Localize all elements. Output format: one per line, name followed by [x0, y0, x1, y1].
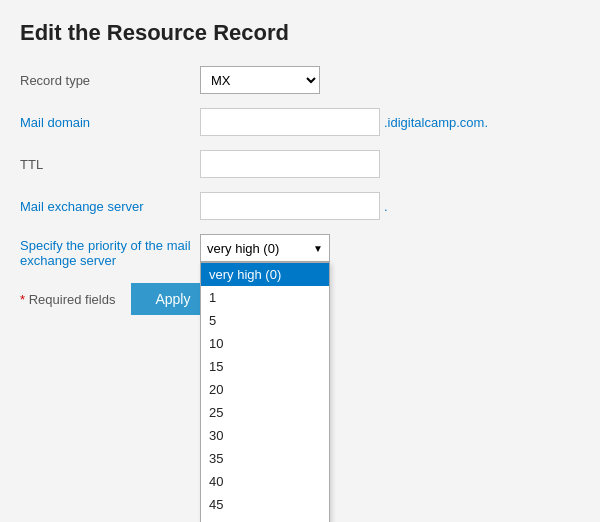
priority-row: Specify the priority of the mail exchang…: [20, 234, 580, 268]
chevron-down-icon: ▼: [313, 243, 323, 254]
form-container: Edit the Resource Record Record type MX …: [20, 20, 580, 316]
record-type-label: Record type: [20, 73, 200, 88]
priority-display[interactable]: very high (0) ▼: [200, 234, 330, 262]
priority-option-35[interactable]: 35: [201, 447, 329, 470]
page-title: Edit the Resource Record: [20, 20, 580, 46]
mail-exchange-input[interactable]: [200, 192, 380, 220]
ttl-label: TTL: [20, 157, 200, 172]
priority-dropdown-wrapper: very high (0) ▼ very high (0) 1 5 10 15 …: [200, 234, 330, 262]
priority-option-5[interactable]: 5: [201, 309, 329, 332]
record-type-row: Record type MX A AAAA CNAME TXT NS SRV: [20, 66, 580, 94]
required-fields-label: * Required fields: [20, 292, 115, 307]
priority-option-low[interactable]: low (50): [201, 516, 329, 522]
priority-option-30[interactable]: 30: [201, 424, 329, 447]
priority-option-15[interactable]: 15: [201, 355, 329, 378]
priority-option-20[interactable]: 20: [201, 378, 329, 401]
priority-dropdown-list: very high (0) 1 5 10 15 20 25 30 35 40 4…: [200, 262, 330, 522]
ttl-row: TTL: [20, 150, 580, 178]
mail-exchange-input-group: .: [200, 192, 388, 220]
required-text: Required fields: [29, 292, 116, 307]
priority-option-1[interactable]: 1: [201, 286, 329, 309]
record-type-select[interactable]: MX A AAAA CNAME TXT NS SRV: [200, 66, 320, 94]
priority-option-10[interactable]: 10: [201, 332, 329, 355]
mail-exchange-suffix: .: [384, 199, 388, 214]
mail-domain-input[interactable]: [200, 108, 380, 136]
priority-option-45[interactable]: 45: [201, 493, 329, 516]
priority-option-very-high[interactable]: very high (0): [201, 263, 329, 286]
ttl-input[interactable]: [200, 150, 380, 178]
priority-option-25[interactable]: 25: [201, 401, 329, 424]
priority-selected-value: very high (0): [207, 241, 279, 256]
mail-domain-row: Mail domain .idigitalcamp.com.: [20, 108, 580, 136]
priority-label: Specify the priority of the mail exchang…: [20, 234, 200, 268]
mail-domain-input-group: .idigitalcamp.com.: [200, 108, 488, 136]
mail-domain-suffix: .idigitalcamp.com.: [384, 115, 488, 130]
mail-exchange-label: Mail exchange server: [20, 199, 200, 214]
mail-exchange-row: Mail exchange server .: [20, 192, 580, 220]
priority-option-40[interactable]: 40: [201, 470, 329, 493]
mail-domain-label: Mail domain: [20, 115, 200, 130]
